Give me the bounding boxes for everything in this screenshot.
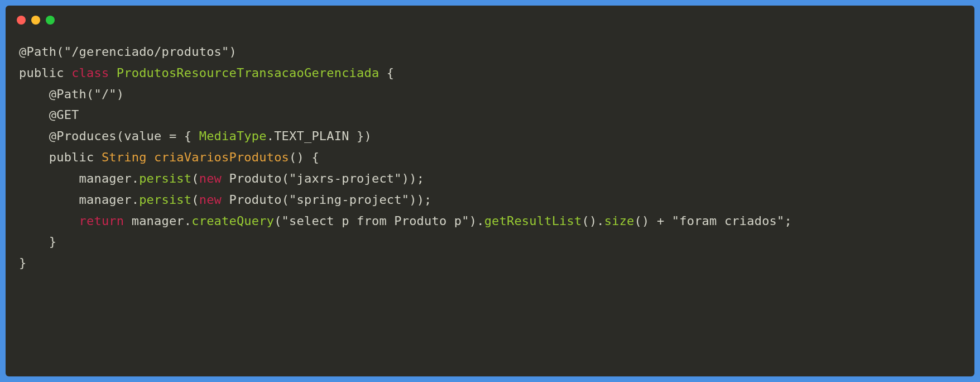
code-line: manager.persist(new Produto("jaxrs-proje… [19,171,424,185]
maximize-icon[interactable] [46,16,55,25]
code-line: return manager.createQuery("select p fro… [19,214,792,228]
code-line: public String criaVariosProdutos() { [19,150,319,164]
code-line: @Path("/gerenciado/produtos") [19,45,237,59]
code-window: @Path("/gerenciado/produtos") public cla… [6,6,974,376]
code-line: manager.persist(new Produto("spring-proj… [19,193,432,207]
code-line: @Path("/") [19,87,124,101]
window-titlebar [6,6,974,30]
code-content: @Path("/gerenciado/produtos") public cla… [6,30,974,285]
code-line: @GET [19,108,79,122]
minimize-icon[interactable] [31,16,40,25]
code-line: public class ProdutosResourceTransacaoGe… [19,66,394,80]
code-line: } [19,256,26,270]
code-line: @Produces(value = { MediaType.TEXT_PLAIN… [19,129,372,143]
code-line: } [19,235,56,249]
close-icon[interactable] [17,16,26,25]
